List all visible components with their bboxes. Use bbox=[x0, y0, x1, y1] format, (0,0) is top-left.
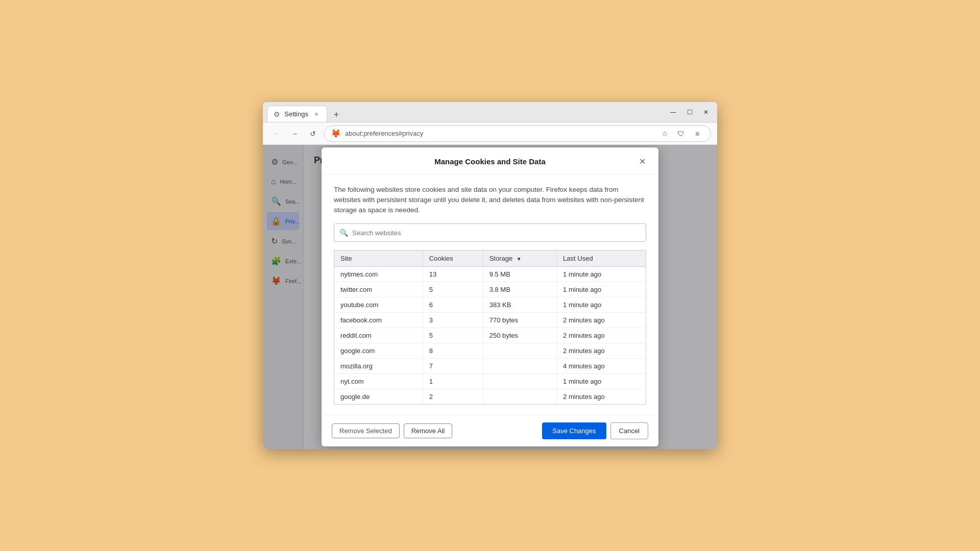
cell-storage bbox=[483, 374, 556, 389]
col-storage[interactable]: Storage ▼ bbox=[483, 251, 556, 267]
firefox-logo-icon: 🦊 bbox=[331, 129, 341, 138]
cell-last-used: 2 minutes ago bbox=[557, 343, 646, 359]
nav-icons: ☆ 🛡 ≡ bbox=[657, 127, 704, 141]
cookies-table: Site Cookies Storage ▼ Last Used nytimes… bbox=[334, 250, 646, 405]
back-button[interactable]: ← bbox=[269, 127, 283, 141]
cell-last-used: 4 minutes ago bbox=[557, 359, 646, 374]
dialog-action-buttons: Save Changes Cancel bbox=[542, 422, 648, 439]
shield-icon[interactable]: 🛡 bbox=[674, 127, 688, 141]
table-row[interactable]: nyt.com 1 1 minute ago bbox=[334, 374, 646, 389]
cell-last-used: 2 minutes ago bbox=[557, 328, 646, 343]
dialog-close-button[interactable]: ✕ bbox=[636, 156, 648, 168]
table-row[interactable]: reddit.com 5 250 bytes 2 minutes ago bbox=[334, 328, 646, 343]
cell-site: nyt.com bbox=[334, 374, 423, 389]
modal-overlay: Manage Cookies and Site Data ✕ The follo… bbox=[263, 145, 717, 449]
table-row[interactable]: nytimes.com 13 9.5 MB 1 minute ago bbox=[334, 267, 646, 282]
cell-last-used: 2 minutes ago bbox=[557, 389, 646, 405]
cell-storage: 770 bytes bbox=[483, 313, 556, 328]
dialog-body: The following websites store cookies and… bbox=[322, 174, 658, 415]
dialog-description: The following websites store cookies and… bbox=[334, 185, 646, 216]
table-row[interactable]: youtube.com 6 383 KB 1 minute ago bbox=[334, 297, 646, 313]
cell-cookies: 6 bbox=[423, 297, 483, 313]
search-box: 🔍 bbox=[334, 223, 646, 242]
sort-arrow-icon: ▼ bbox=[517, 256, 522, 262]
dialog-title: Manage Cookies and Site Data bbox=[344, 157, 636, 166]
search-input[interactable] bbox=[352, 229, 641, 237]
cell-site: reddit.com bbox=[334, 328, 423, 343]
cell-storage: 250 bytes bbox=[483, 328, 556, 343]
cell-site: google.de bbox=[334, 389, 423, 405]
cell-site: youtube.com bbox=[334, 297, 423, 313]
cell-storage bbox=[483, 389, 556, 405]
maximize-button[interactable]: ☐ bbox=[682, 105, 697, 119]
manage-cookies-dialog: Manage Cookies and Site Data ✕ The follo… bbox=[322, 147, 658, 447]
cell-cookies: 3 bbox=[423, 313, 483, 328]
cell-cookies: 2 bbox=[423, 389, 483, 405]
search-icon: 🔍 bbox=[339, 229, 348, 237]
remove-selected-button[interactable]: Remove Selected bbox=[332, 423, 400, 438]
dialog-footer: Remove Selected Remove All Save Changes … bbox=[322, 415, 658, 446]
cell-storage: 9.5 MB bbox=[483, 267, 556, 282]
gear-icon: ⚙ bbox=[274, 110, 280, 118]
table-row[interactable]: twitter.com 5 3.8 MB 1 minute ago bbox=[334, 282, 646, 297]
close-button[interactable]: ✕ bbox=[699, 105, 713, 119]
cell-last-used: 1 minute ago bbox=[557, 267, 646, 282]
cell-cookies: 5 bbox=[423, 328, 483, 343]
cell-storage bbox=[483, 343, 556, 359]
cell-cookies: 1 bbox=[423, 374, 483, 389]
cell-last-used: 1 minute ago bbox=[557, 297, 646, 313]
table-row[interactable]: google.com 8 2 minutes ago bbox=[334, 343, 646, 359]
cell-last-used: 1 minute ago bbox=[557, 374, 646, 389]
table-row[interactable]: mozilla.org 7 4 minutes ago bbox=[334, 359, 646, 374]
table-row[interactable]: facebook.com 3 770 bytes 2 minutes ago bbox=[334, 313, 646, 328]
cell-storage: 3.8 MB bbox=[483, 282, 556, 297]
cell-storage bbox=[483, 359, 556, 374]
cell-storage: 383 KB bbox=[483, 297, 556, 313]
address-bar[interactable]: 🦊 about:preferences#privacy ☆ 🛡 ≡ bbox=[324, 126, 711, 142]
remove-all-button[interactable]: Remove All bbox=[404, 423, 453, 438]
save-changes-button[interactable]: Save Changes bbox=[542, 422, 606, 439]
table-header: Site Cookies Storage ▼ Last Used bbox=[334, 251, 646, 267]
window-controls: — ☐ ✕ bbox=[666, 105, 713, 119]
cell-last-used: 1 minute ago bbox=[557, 282, 646, 297]
title-bar: ⚙ Settings × + — ☐ ✕ bbox=[263, 102, 717, 122]
col-site: Site bbox=[334, 251, 423, 267]
table-row[interactable]: google.de 2 2 minutes ago bbox=[334, 389, 646, 405]
cell-cookies: 8 bbox=[423, 343, 483, 359]
browser-content: ⚙Gen...⌂Hom...🔍Sea...🔒Priv...↻Syn...🧩Ext… bbox=[263, 145, 717, 449]
settings-tab[interactable]: ⚙ Settings × bbox=[267, 106, 327, 122]
cell-cookies: 13 bbox=[423, 267, 483, 282]
cancel-button[interactable]: Cancel bbox=[610, 422, 648, 439]
tab-bar: ⚙ Settings × + bbox=[267, 102, 666, 122]
cell-cookies: 5 bbox=[423, 282, 483, 297]
tab-label: Settings bbox=[284, 110, 308, 118]
cell-site: twitter.com bbox=[334, 282, 423, 297]
menu-icon[interactable]: ≡ bbox=[690, 127, 704, 141]
cell-cookies: 7 bbox=[423, 359, 483, 374]
nav-bar: ← → ↺ 🦊 about:preferences#privacy ☆ 🛡 ≡ bbox=[263, 122, 717, 145]
cell-site: mozilla.org bbox=[334, 359, 423, 374]
new-tab-button[interactable]: + bbox=[329, 108, 344, 122]
cell-site: google.com bbox=[334, 343, 423, 359]
col-last-used: Last Used bbox=[557, 251, 646, 267]
refresh-button[interactable]: ↺ bbox=[306, 127, 320, 141]
address-text: about:preferences#privacy bbox=[345, 130, 653, 137]
cell-last-used: 2 minutes ago bbox=[557, 313, 646, 328]
close-tab-icon[interactable]: × bbox=[312, 110, 321, 118]
cell-site: facebook.com bbox=[334, 313, 423, 328]
dialog-header: Manage Cookies and Site Data ✕ bbox=[322, 147, 658, 174]
table-header-row: Site Cookies Storage ▼ Last Used bbox=[334, 251, 646, 267]
star-icon[interactable]: ☆ bbox=[657, 127, 672, 141]
cell-site: nytimes.com bbox=[334, 267, 423, 282]
table-body: nytimes.com 13 9.5 MB 1 minute ago twitt… bbox=[334, 267, 646, 405]
browser-window: ⚙ Settings × + — ☐ ✕ ← → ↺ 🦊 about:prefe… bbox=[263, 102, 717, 449]
forward-button[interactable]: → bbox=[287, 127, 302, 141]
minimize-button[interactable]: — bbox=[666, 105, 680, 119]
col-cookies: Cookies bbox=[423, 251, 483, 267]
